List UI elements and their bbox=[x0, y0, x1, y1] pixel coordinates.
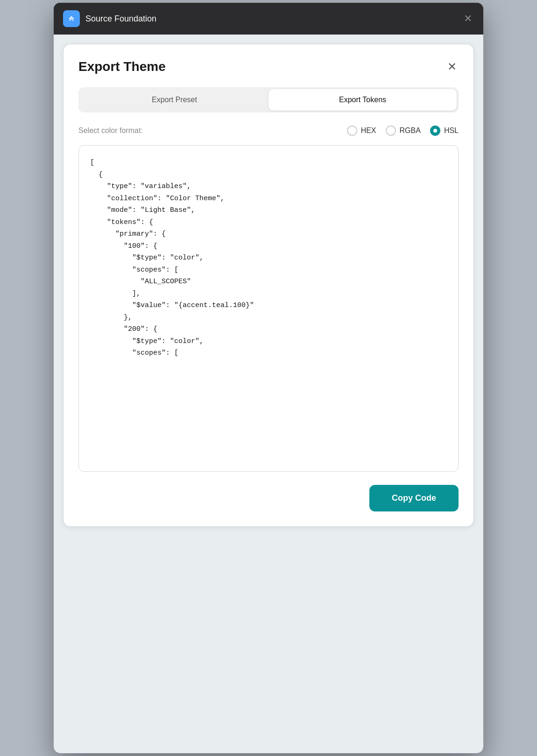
dialog-card: Export Theme ✕ Export Preset Export Toke… bbox=[63, 44, 474, 527]
code-box[interactable]: [ { "type": "variables", "collection": "… bbox=[78, 145, 459, 472]
radio-options: HEX RGBA HSL bbox=[347, 126, 459, 136]
app-body: Export Theme ✕ Export Preset Export Toke… bbox=[54, 35, 483, 753]
copy-code-button[interactable]: Copy Code bbox=[369, 485, 459, 511]
color-format-label: Select color format: bbox=[78, 126, 143, 135]
title-bar-left: Source Foundation bbox=[63, 10, 156, 27]
code-content: [ { "type": "variables", "collection": "… bbox=[90, 157, 447, 359]
radio-label-hsl: HSL bbox=[444, 126, 459, 135]
color-format-row: Select color format: HEX RGBA HSL bbox=[78, 126, 459, 136]
radio-option-hsl[interactable]: HSL bbox=[430, 126, 459, 136]
titlebar-close-button[interactable]: ✕ bbox=[462, 12, 474, 26]
tab-switcher: Export Preset Export Tokens bbox=[78, 87, 459, 112]
dialog-title: Export Theme bbox=[78, 59, 166, 74]
radio-label-rgba: RGBA bbox=[400, 126, 421, 135]
app-window: Source Foundation ✕ Export Theme ✕ Expor… bbox=[54, 3, 483, 753]
radio-circle-hsl bbox=[430, 126, 440, 136]
radio-label-hex: HEX bbox=[361, 126, 376, 135]
dialog-close-button[interactable]: ✕ bbox=[445, 59, 459, 74]
app-title: Source Foundation bbox=[85, 14, 156, 24]
tab-export-tokens[interactable]: Export Tokens bbox=[268, 89, 457, 111]
app-icon bbox=[63, 10, 80, 27]
radio-option-rgba[interactable]: RGBA bbox=[386, 126, 421, 136]
title-bar: Source Foundation ✕ bbox=[54, 3, 483, 35]
radio-circle-hex bbox=[347, 126, 357, 136]
dialog-footer: Copy Code bbox=[78, 485, 459, 511]
radio-circle-rgba bbox=[386, 126, 396, 136]
dialog-header: Export Theme ✕ bbox=[78, 59, 459, 74]
tab-export-preset[interactable]: Export Preset bbox=[80, 89, 268, 111]
radio-option-hex[interactable]: HEX bbox=[347, 126, 376, 136]
